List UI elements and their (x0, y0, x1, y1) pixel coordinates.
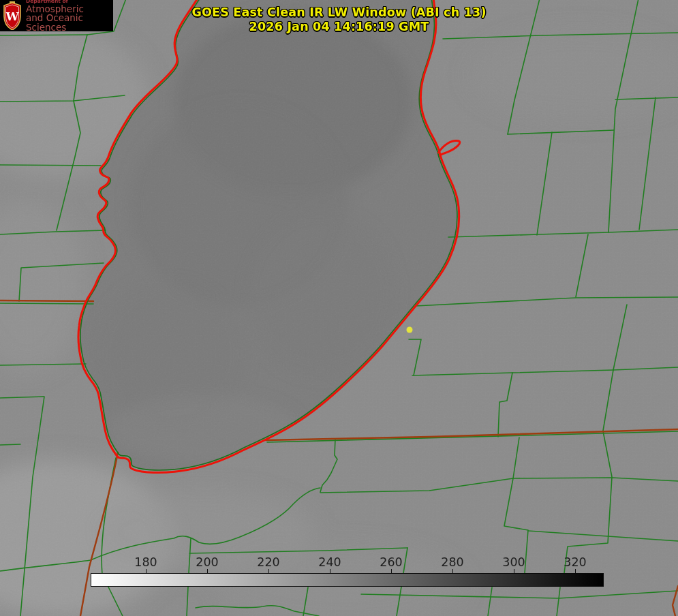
viewer-screen: W Department of Atmospheric and Oceanic … (0, 0, 678, 616)
colorbar-tick-label: 300 (502, 555, 525, 569)
logo-banner[interactable]: W Department of Atmospheric and Oceanic … (0, 0, 113, 31)
satellite-map-canvas[interactable] (0, 0, 678, 616)
colorbar-tick-label: 280 (441, 555, 463, 569)
colorbar-tick-label: 240 (318, 555, 341, 569)
colorbar-tick-label: 260 (380, 555, 402, 569)
logo-text: Department of Atmospheric and Oceanic Sc… (26, 0, 113, 33)
colorbar-tick-label: 200 (196, 555, 218, 569)
colorbar-tick-label: 320 (564, 555, 586, 569)
colorbar-gradient (91, 573, 604, 587)
crest-letter: W (5, 10, 19, 23)
station-marker (407, 327, 413, 333)
colorbar-tick-label: 220 (257, 555, 279, 569)
colorbar-legend: 180 200 220 240 260 280 300 320 (91, 555, 604, 587)
colorbar-tick-label: 180 (134, 555, 157, 569)
uw-crest-icon: W (2, 1, 22, 30)
logo-org-line2: and Oceanic Sciences (26, 14, 113, 33)
